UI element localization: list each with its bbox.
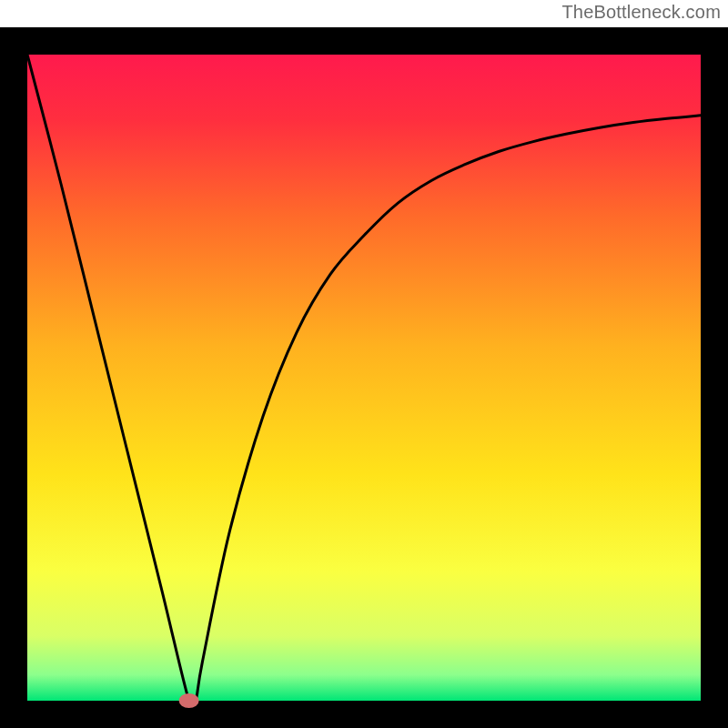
- frame-left: [0, 27, 27, 728]
- frame-top: [0, 27, 728, 55]
- plot-background: [27, 55, 701, 701]
- attribution-label: TheBottleneck.com: [561, 2, 721, 23]
- frame-bottom: [0, 701, 728, 728]
- minimum-marker: [179, 693, 199, 708]
- bottleneck-chart: [0, 0, 728, 728]
- frame-right: [701, 27, 728, 728]
- chart-container: TheBottleneck.com: [0, 0, 728, 728]
